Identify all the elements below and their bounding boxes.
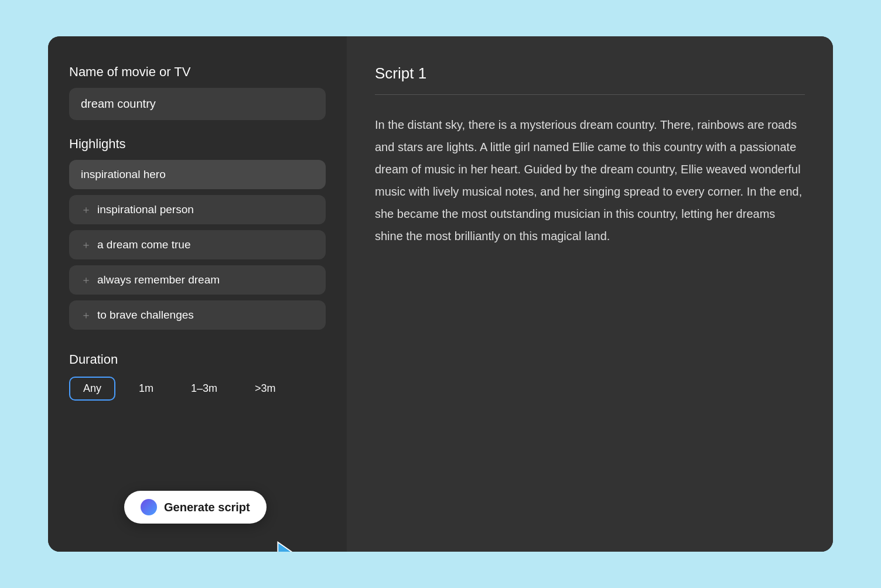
highlight-item-inspirational-hero[interactable]: inspirational hero (69, 160, 326, 189)
generate-script-label: Generate script (164, 501, 250, 514)
highlights-label: Highlights (69, 136, 326, 152)
highlight-item-always-remember-dream[interactable]: ＋ always remember dream (69, 265, 326, 295)
highlight-item-inspirational-person[interactable]: ＋ inspirational person (69, 195, 326, 224)
script-content: In the distant sky, there is a mysteriou… (375, 114, 805, 247)
generate-icon (141, 499, 157, 515)
main-card: Name of movie or TV dream country Highli… (48, 36, 833, 552)
left-panel: Name of movie or TV dream country Highli… (48, 36, 347, 552)
duration-1-3m-button[interactable]: 1–3m (177, 377, 231, 401)
duration-label: Duration (69, 352, 326, 367)
duration-section: Duration Any 1m 1–3m >3m (69, 352, 326, 401)
generate-btn-wrapper: Generate script (124, 491, 267, 524)
plus-icon: ＋ (81, 204, 91, 215)
highlight-text: a dream come true (97, 238, 190, 251)
right-panel: Script 1 In the distant sky, there is a … (347, 36, 833, 552)
script-title: Script 1 (375, 64, 805, 83)
duration-3m-plus-button[interactable]: >3m (241, 377, 290, 401)
highlight-text: to brave challenges (97, 309, 194, 322)
divider (375, 94, 805, 95)
duration-any-button[interactable]: Any (69, 377, 115, 401)
highlight-text: inspirational person (97, 203, 194, 216)
highlight-text: inspirational hero (81, 168, 166, 181)
highlight-item-dream-come-true[interactable]: ＋ a dream come true (69, 230, 326, 259)
highlight-text: always remember dream (97, 274, 220, 286)
movie-input[interactable]: dream country (69, 88, 326, 120)
highlight-item-to-brave-challenges[interactable]: ＋ to brave challenges (69, 300, 326, 330)
generate-script-button[interactable]: Generate script (124, 491, 267, 524)
plus-icon: ＋ (81, 310, 91, 320)
movie-label: Name of movie or TV (69, 64, 326, 80)
plus-icon: ＋ (81, 240, 91, 250)
highlights-section: Highlights inspirational hero ＋ inspirat… (69, 136, 326, 336)
duration-1m-button[interactable]: 1m (125, 377, 168, 401)
plus-icon: ＋ (81, 275, 91, 285)
duration-options: Any 1m 1–3m >3m (69, 377, 326, 401)
